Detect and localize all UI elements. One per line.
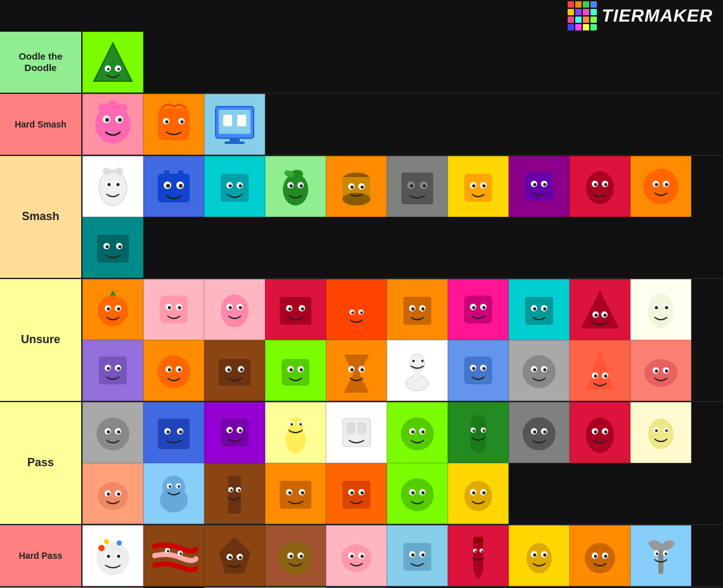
svg-point-27: [108, 183, 111, 186]
tier-item: [143, 463, 204, 524]
character-svg: [209, 468, 260, 519]
tier-item: [204, 402, 265, 463]
character-svg: [331, 161, 382, 212]
character-svg: [575, 530, 625, 581]
character-svg: [331, 284, 382, 335]
svg-point-217: [412, 431, 415, 434]
svg-point-318: [533, 554, 537, 557]
svg-point-264: [351, 492, 354, 495]
logo-cell: [575, 9, 582, 15]
character-svg: [88, 222, 138, 273]
character-svg: [392, 161, 443, 212]
svg-point-306: [412, 554, 415, 557]
svg-point-242: [107, 493, 110, 496]
svg-point-274: [472, 492, 476, 495]
character-svg: [575, 284, 625, 335]
tier-item: [82, 402, 143, 463]
svg-point-127: [544, 308, 547, 311]
tier-item: [82, 340, 143, 401]
character-svg: [635, 345, 686, 396]
svg-point-178: [544, 369, 547, 372]
svg-point-232: [594, 431, 597, 434]
logo-cell: [568, 24, 574, 30]
svg-point-81: [655, 183, 658, 186]
svg-rect-310: [473, 538, 483, 543]
svg-rect-219: [471, 415, 486, 453]
tier-row-unsure: Unsure: [0, 279, 723, 402]
svg-point-137: [665, 306, 668, 310]
svg-point-183: [604, 375, 608, 378]
svg-rect-63: [464, 174, 492, 202]
logo-cell: [590, 9, 597, 15]
svg-point-293: [279, 542, 312, 575]
character-svg: [392, 284, 443, 335]
svg-point-315: [526, 543, 552, 573]
svg-point-189: [96, 417, 129, 450]
character-svg: [635, 284, 686, 335]
tier-items-hard-pass: [81, 525, 723, 586]
tier-item: [82, 32, 143, 93]
tier-list: Oodle the Doodle Hard Sm: [0, 32, 723, 588]
svg-point-210: [299, 423, 302, 426]
logo-title: TiERMAKER: [602, 6, 713, 26]
svg-point-188: [665, 370, 668, 373]
svg-point-116: [412, 308, 415, 311]
tier-item: [448, 525, 509, 586]
svg-point-328: [656, 552, 658, 555]
character-svg: [148, 99, 199, 150]
svg-point-53: [342, 193, 370, 206]
svg-point-76: [594, 183, 597, 186]
svg-point-319: [544, 554, 547, 557]
character-svg: [88, 530, 138, 581]
character-svg: [514, 161, 564, 212]
tier-item: [326, 340, 387, 401]
svg-rect-256: [280, 481, 311, 509]
svg-point-117: [422, 308, 425, 311]
character-svg: [209, 407, 260, 458]
tier-item: [570, 525, 630, 586]
logo-cell: [583, 1, 589, 8]
svg-point-248: [169, 485, 171, 488]
svg-point-10: [98, 103, 108, 114]
svg-rect-153: [282, 359, 309, 386]
svg-point-192: [107, 431, 110, 434]
svg-rect-31: [107, 169, 119, 173]
logo-cell: [590, 1, 597, 8]
tier-item: [509, 402, 570, 463]
svg-point-298: [341, 544, 372, 572]
svg-point-24: [99, 170, 127, 206]
svg-marker-128: [581, 291, 619, 329]
tier-item: [387, 463, 448, 524]
svg-point-302: [361, 555, 364, 558]
tier-item: [82, 217, 143, 278]
svg-point-62: [423, 185, 426, 188]
svg-point-222: [472, 429, 475, 432]
svg-point-283: [117, 540, 122, 546]
svg-point-67: [483, 185, 486, 188]
svg-point-160: [351, 369, 354, 372]
tier-item: [82, 94, 143, 155]
svg-rect-13: [158, 108, 190, 140]
character-svg: [148, 407, 199, 458]
svg-point-136: [655, 306, 658, 310]
svg-point-266: [401, 478, 434, 511]
tier-items-unsure: [81, 279, 723, 401]
tier-item: [143, 94, 204, 155]
svg-point-255: [238, 489, 240, 492]
character-svg: [88, 37, 138, 88]
character-svg: [331, 407, 382, 458]
svg-rect-325: [658, 546, 663, 574]
character-svg: [88, 345, 138, 396]
svg-rect-164: [415, 367, 420, 379]
svg-rect-169: [464, 356, 492, 384]
character-svg: [148, 284, 199, 335]
svg-point-269: [412, 492, 415, 495]
character-svg: [453, 284, 504, 335]
svg-rect-58: [401, 173, 433, 204]
tier-row-special: Oodle the Doodle: [0, 32, 723, 94]
logo-cell: [568, 1, 574, 8]
tier-items-pass: [81, 402, 723, 524]
svg-point-8: [105, 118, 109, 122]
svg-point-249: [178, 485, 180, 488]
tier-item: [448, 402, 509, 463]
